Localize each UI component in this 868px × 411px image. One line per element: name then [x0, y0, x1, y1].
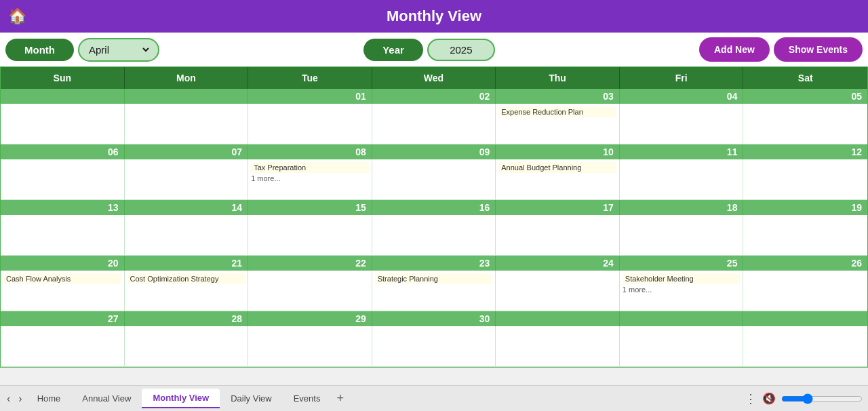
event-item: Annual Budget Planning	[498, 162, 616, 173]
week-date-header-cell: 06	[1, 144, 125, 159]
week-date-header-cell: 07	[125, 144, 249, 159]
week-date-header-cell: 04	[620, 89, 744, 104]
week-date-header-cell	[496, 311, 620, 326]
week-date-header-cell: 01	[248, 89, 372, 104]
week-date-header-cell: 25	[620, 256, 744, 271]
week-date-header-cell: 26	[743, 256, 867, 271]
add-new-button[interactable]: Add New	[699, 37, 770, 62]
day-cell[interactable]	[125, 215, 249, 256]
week-date-header-cell: 19	[743, 200, 867, 215]
week-header-row: 0102030405	[1, 89, 867, 104]
day-cell[interactable]	[248, 326, 372, 367]
week-date-header-cell: 27	[1, 311, 125, 326]
tab-slider[interactable]	[781, 393, 863, 404]
day-header: Tue	[248, 67, 372, 89]
week-date-header-cell: 28	[125, 311, 249, 326]
week-date-header-cell: 05	[743, 89, 867, 104]
week-header-row: 06070809101112	[1, 144, 867, 159]
tab-next-button[interactable]: ›	[14, 393, 26, 405]
day-cell[interactable]	[1, 326, 125, 367]
week-header-row: 20212223242526	[1, 256, 867, 271]
day-cell[interactable]: Annual Budget Planning	[496, 159, 620, 200]
week-date-header-cell: 11	[620, 144, 744, 159]
day-cell[interactable]	[372, 326, 496, 367]
day-cell[interactable]	[620, 215, 744, 256]
day-cell[interactable]	[496, 271, 620, 311]
more-events-link[interactable]: 1 more...	[251, 174, 369, 182]
day-cell[interactable]: Stakeholder Meeting1 more...	[620, 271, 744, 311]
day-cell[interactable]	[620, 326, 744, 367]
tab-add-button[interactable]: +	[331, 390, 349, 407]
tab-prev-button[interactable]: ‹	[3, 393, 14, 405]
tab-item-annual-view[interactable]: Annual View	[71, 389, 142, 408]
week-date-header-cell: 13	[1, 200, 125, 215]
day-cell[interactable]	[496, 326, 620, 367]
show-events-button[interactable]: Show Events	[774, 37, 863, 62]
controls-row: Month JanuaryFebruaryMarch AprilMayJune …	[0, 33, 868, 66]
day-cell[interactable]	[248, 104, 372, 144]
week-date-header-cell: 20	[1, 256, 125, 271]
tab-more-button[interactable]: ⋮	[742, 391, 760, 406]
day-cell[interactable]	[125, 104, 249, 144]
week-body-row	[1, 326, 867, 367]
day-cell[interactable]	[1, 215, 125, 256]
year-display: 2025	[427, 39, 495, 61]
tab-item-home[interactable]: Home	[26, 389, 72, 408]
week-date-header-cell	[1, 89, 125, 104]
day-cell[interactable]: Tax Preparation1 more...	[248, 159, 372, 200]
tab-sound-button[interactable]: 🔇	[760, 392, 778, 405]
day-cell[interactable]: Cost Optimization Strategy	[125, 271, 249, 311]
tab-item-events[interactable]: Events	[283, 389, 332, 408]
day-cell[interactable]	[248, 271, 372, 311]
day-cell[interactable]	[372, 159, 496, 200]
event-item: Tax Preparation	[251, 162, 369, 173]
day-cell[interactable]	[743, 215, 867, 256]
day-cell[interactable]	[620, 104, 744, 144]
day-cell[interactable]	[248, 215, 372, 256]
month-select[interactable]: JanuaryFebruaryMarch AprilMayJune JulyAu…	[86, 43, 151, 56]
year-value: 2025	[450, 44, 472, 56]
week-date-header-cell: 22	[248, 256, 372, 271]
day-cell[interactable]	[1, 104, 125, 144]
day-cell[interactable]	[1, 159, 125, 200]
day-cell[interactable]	[372, 104, 496, 144]
day-cell[interactable]: Strategic Planning	[372, 271, 496, 311]
day-cell[interactable]	[620, 159, 744, 200]
day-cell[interactable]: Cash Flow Analysis	[1, 271, 125, 311]
day-cell[interactable]	[743, 271, 867, 311]
week-date-header-cell: 15	[248, 200, 372, 215]
week-date-header-cell	[620, 311, 744, 326]
day-header: Sat	[743, 67, 867, 89]
event-item: Cost Optimization Strategy	[127, 273, 245, 284]
year-label: Year	[363, 39, 423, 61]
tab-item-daily-view[interactable]: Daily View	[220, 389, 282, 408]
more-events-link[interactable]: 1 more...	[623, 286, 741, 294]
week-date-header-cell: 29	[248, 311, 372, 326]
week-header-row: 13141516171819	[1, 200, 867, 215]
day-header: Fri	[620, 67, 744, 89]
day-cell[interactable]	[743, 159, 867, 200]
week-date-header-cell	[743, 311, 867, 326]
event-item: Expense Reduction Plan	[498, 106, 616, 117]
week-date-header-cell: 18	[620, 200, 744, 215]
day-cell[interactable]	[743, 326, 867, 367]
day-cell[interactable]	[372, 215, 496, 256]
week-date-header-cell	[125, 89, 249, 104]
day-headers: SunMonTueWedThuFriSat	[1, 67, 867, 89]
day-cell[interactable]	[496, 215, 620, 256]
week-date-header-cell: 03	[496, 89, 620, 104]
day-cell[interactable]	[125, 159, 249, 200]
day-cell[interactable]	[125, 326, 249, 367]
event-item: Cash Flow Analysis	[3, 273, 121, 284]
week-date-header-cell: 14	[125, 200, 249, 215]
month-dropdown[interactable]: JanuaryFebruaryMarch AprilMayJune JulyAu…	[78, 38, 159, 62]
week-date-header-cell: 02	[372, 89, 496, 104]
home-icon[interactable]: 🏠	[8, 7, 26, 25]
month-label: Month	[5, 39, 74, 61]
week-date-header-cell: 21	[125, 256, 249, 271]
day-cell[interactable]: Expense Reduction Plan	[496, 104, 620, 144]
day-cell[interactable]	[743, 104, 867, 144]
week-date-header-cell: 08	[248, 144, 372, 159]
week-date-header-cell: 24	[496, 256, 620, 271]
tab-item-monthly-view[interactable]: Monthly View	[142, 389, 220, 408]
